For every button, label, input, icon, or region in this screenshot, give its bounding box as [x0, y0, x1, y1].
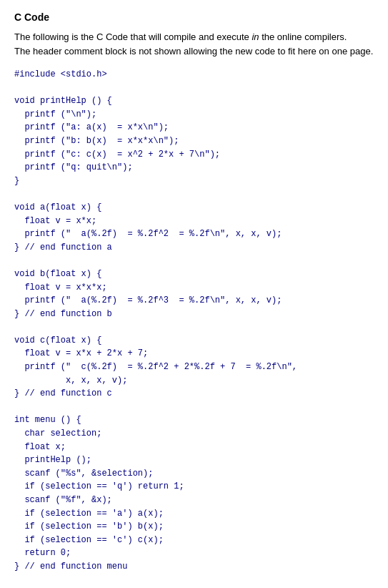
code-block: #include <stdio.h> void printHelp () { p…: [14, 68, 374, 588]
intro-paragraph: The following is the C Code that will co…: [14, 30, 374, 58]
section-title: C Code: [14, 11, 374, 23]
